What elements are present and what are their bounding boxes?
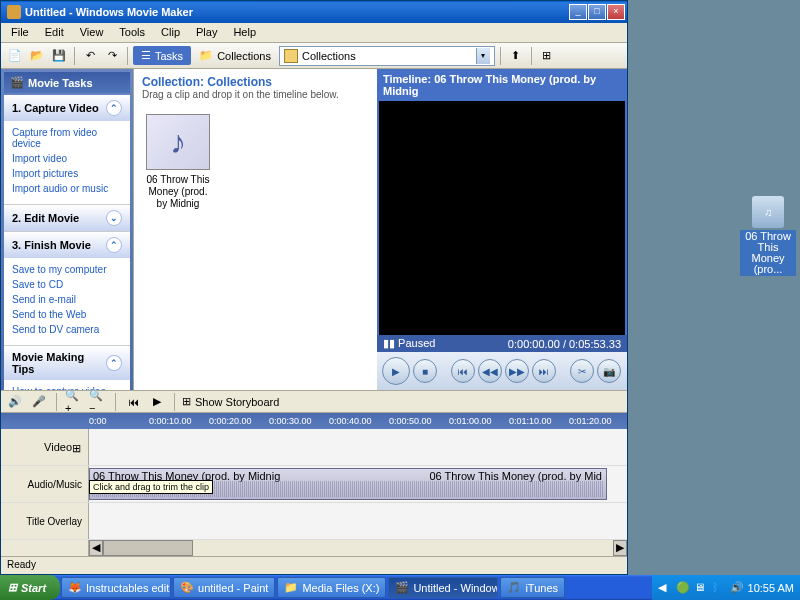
timeline-toolbar: 🔊 🎤 🔍+ 🔍− ⏮ ▶ ⊞ Show Storyboard xyxy=(1,391,627,413)
save-button[interactable]: 💾 xyxy=(49,46,69,66)
timeline: 🔊 🎤 🔍+ 🔍− ⏮ ▶ ⊞ Show Storyboard 0:00 0:0… xyxy=(1,390,627,556)
collection-subtitle: Drag a clip and drop it on the timeline … xyxy=(142,89,369,100)
clock[interactable]: 10:55 AM xyxy=(748,582,794,594)
section-capture-video[interactable]: 1. Capture Video ⌃ xyxy=(4,95,130,121)
views-button[interactable]: ⊞ xyxy=(537,46,557,66)
zoom-out-button[interactable]: 🔍− xyxy=(88,392,108,412)
link-save-computer[interactable]: Save to my computer xyxy=(12,262,122,277)
chevron-down-icon[interactable]: ▾ xyxy=(476,48,490,64)
snapshot-button[interactable]: 📷 xyxy=(597,359,621,383)
system-tray[interactable]: ◀ 🟢 🖥 ᛒ 🔊 10:55 AM xyxy=(652,575,800,600)
rewind-button[interactable]: ◀◀ xyxy=(478,359,502,383)
collection-folder-icon xyxy=(284,49,298,63)
task-media-files[interactable]: 📁Media Files (X:) xyxy=(277,577,386,598)
app-window: Untitled - Windows Movie Maker _ □ × Fil… xyxy=(0,0,628,575)
redo-button[interactable]: ↷ xyxy=(102,46,122,66)
chevron-up-icon: ⌃ xyxy=(106,355,122,371)
timeline-ruler[interactable]: 0:00 0:00:10.00 0:00:20.00 0:00:30.00 0:… xyxy=(1,413,627,429)
section-edit-movie[interactable]: 2. Edit Movie ⌄ xyxy=(4,205,130,231)
stop-button[interactable]: ■ xyxy=(413,359,437,383)
mp3-icon: ♫ xyxy=(752,196,784,228)
film-icon: 🎬 xyxy=(10,76,24,89)
play-button[interactable]: ▶ xyxy=(382,357,410,385)
preview-controls: ▶ ■ ⏮ ◀◀ ▶▶ ⏭ ✂ 📷 xyxy=(377,352,627,390)
task-itunes[interactable]: 🎵iTunes xyxy=(500,577,565,598)
music-note-icon: ♪ xyxy=(146,114,210,170)
link-send-email[interactable]: Send in e-mail xyxy=(12,292,122,307)
tasks-icon: ☰ xyxy=(141,49,151,62)
chevron-up-icon: ⌃ xyxy=(106,237,122,253)
forward-button[interactable]: ▶▶ xyxy=(505,359,529,383)
preview-video[interactable] xyxy=(379,101,625,335)
title-track-label: Title Overlay xyxy=(1,503,89,539)
link-send-dv[interactable]: Send to DV camera xyxy=(12,322,122,337)
menu-edit[interactable]: Edit xyxy=(37,23,72,42)
app-icon xyxy=(7,5,21,19)
tray-icon[interactable]: ◀ xyxy=(658,581,672,595)
tl-play-button[interactable]: ▶ xyxy=(147,392,167,412)
undo-button[interactable]: ↶ xyxy=(80,46,100,66)
menu-help[interactable]: Help xyxy=(225,23,264,42)
clip-label: 06 Throw This Money (prod. by Midnig xyxy=(142,174,214,210)
up-level-button[interactable]: ⬆ xyxy=(506,46,526,66)
audio-track[interactable]: Audio/Music 06 Throw This Money (prod. b… xyxy=(1,466,627,503)
trim-tooltip: Click and drag to trim the clip xyxy=(89,480,213,494)
levels-button[interactable]: 🔊 xyxy=(5,392,25,412)
task-instructables[interactable]: 🦊Instructables edit st... xyxy=(61,577,171,598)
narrate-button[interactable]: 🎤 xyxy=(29,392,49,412)
task-paint[interactable]: 🎨untitled - Paint xyxy=(173,577,275,598)
minimize-button[interactable]: _ xyxy=(569,4,587,20)
collections-button[interactable]: 📁 Collections xyxy=(193,46,277,65)
storyboard-icon: ⊞ xyxy=(182,395,191,408)
bluetooth-icon[interactable]: ᛒ xyxy=(712,581,726,595)
collection-pane: Collection: Collections Drag a clip and … xyxy=(133,69,377,390)
clip-item[interactable]: ♪ 06 Throw This Money (prod. by Midnig xyxy=(142,114,214,210)
network-icon[interactable]: 🖥 xyxy=(694,581,708,595)
link-capture-device[interactable]: Capture from video device xyxy=(12,125,122,151)
task-pane: 🎬 Movie Tasks 1. Capture Video ⌃ Capture… xyxy=(1,69,133,390)
link-send-web[interactable]: Send to the Web xyxy=(12,307,122,322)
preview-pane: Timeline: 06 Throw This Money (prod. by … xyxy=(377,69,627,390)
split-button[interactable]: ✂ xyxy=(570,359,594,383)
collection-title: Collection: Collections xyxy=(142,75,369,89)
menu-tools[interactable]: Tools xyxy=(111,23,153,42)
link-save-cd[interactable]: Save to CD xyxy=(12,277,122,292)
show-storyboard-button[interactable]: ⊞ Show Storyboard xyxy=(182,395,279,408)
link-import-video[interactable]: Import video xyxy=(12,151,122,166)
desktop-file-label: 06 Throw This Money (pro... xyxy=(740,230,796,276)
prev-button[interactable]: ⏮ xyxy=(451,359,475,383)
section-tips[interactable]: Movie Making Tips ⌃ xyxy=(4,346,130,380)
new-button[interactable]: 📄 xyxy=(5,46,25,66)
next-button[interactable]: ⏭ xyxy=(532,359,556,383)
open-button[interactable]: 📂 xyxy=(27,46,47,66)
menu-file[interactable]: File xyxy=(3,23,37,42)
audio-track-label: Audio/Music xyxy=(1,466,89,502)
video-track[interactable]: Video ⊞ xyxy=(1,429,627,466)
collections-dropdown[interactable]: Collections ▾ xyxy=(279,46,495,66)
timeline-scrollbar[interactable]: ◀▶ xyxy=(1,540,627,556)
task-movie-maker[interactable]: 🎬Untitled - Window... xyxy=(388,577,498,598)
menu-view[interactable]: View xyxy=(72,23,112,42)
menu-clip[interactable]: Clip xyxy=(153,23,188,42)
taskbar: ⊞ Start 🦊Instructables edit st... 🎨untit… xyxy=(0,575,800,600)
link-import-pictures[interactable]: Import pictures xyxy=(12,166,122,181)
section-finish-movie[interactable]: 3. Finish Movie ⌃ xyxy=(4,232,130,258)
tasks-button[interactable]: ☰ Tasks xyxy=(133,46,191,65)
link-import-audio[interactable]: Import audio or music xyxy=(12,181,122,196)
zoom-in-button[interactable]: 🔍+ xyxy=(64,392,84,412)
tl-rewind-button[interactable]: ⏮ xyxy=(123,392,143,412)
safely-remove-icon[interactable]: 🟢 xyxy=(676,581,690,595)
task-pane-header: 🎬 Movie Tasks xyxy=(4,72,130,93)
pause-icon: ▮▮ xyxy=(383,337,395,349)
video-track-label: Video ⊞ xyxy=(1,429,89,465)
close-button[interactable]: × xyxy=(607,4,625,20)
expand-icon[interactable]: ⊞ xyxy=(72,442,82,452)
titlebar[interactable]: Untitled - Windows Movie Maker _ □ × xyxy=(1,1,627,23)
start-button[interactable]: ⊞ Start xyxy=(0,575,60,600)
volume-icon[interactable]: 🔊 xyxy=(730,581,744,595)
desktop-file-icon[interactable]: ♫ 06 Throw This Money (pro... xyxy=(740,196,796,276)
menu-play[interactable]: Play xyxy=(188,23,225,42)
maximize-button[interactable]: □ xyxy=(588,4,606,20)
window-title: Untitled - Windows Movie Maker xyxy=(25,6,569,18)
title-track[interactable]: Title Overlay xyxy=(1,503,627,540)
